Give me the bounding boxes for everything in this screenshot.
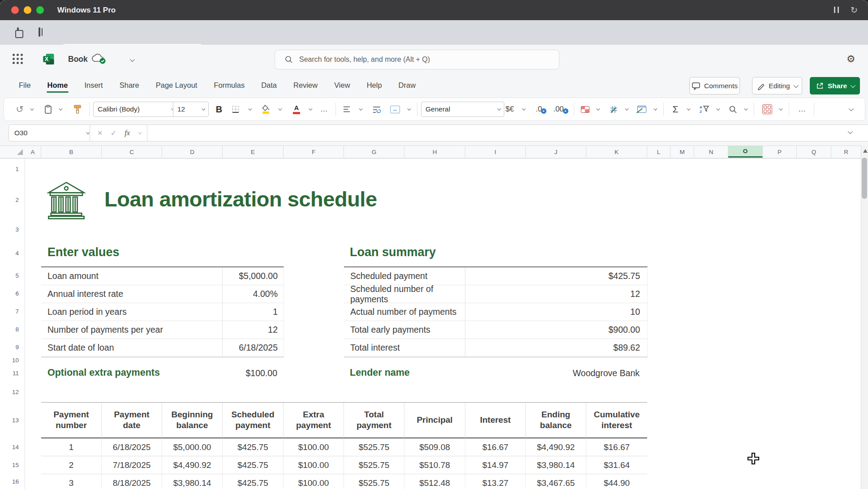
currency-format-icon[interactable]: $€	[502, 98, 517, 120]
borders-icon[interactable]	[230, 98, 241, 120]
column-header-Q[interactable]: Q	[797, 146, 831, 158]
optional-extra-payments-label[interactable]: Optional extra payments	[47, 367, 160, 378]
row-header-8[interactable]: 8	[0, 320, 25, 338]
fill-color-icon[interactable]	[260, 98, 271, 120]
enter-values-heading[interactable]: Enter values	[47, 245, 120, 259]
pt-cell[interactable]: $16.67	[465, 438, 526, 456]
lender-name-label[interactable]: Lender name	[350, 367, 410, 378]
format-painter-icon[interactable]	[72, 98, 83, 120]
merge-cells-icon[interactable]: ↔	[388, 98, 402, 120]
restart-icon[interactable]: ↻	[851, 5, 858, 15]
pt-header[interactable]: Scheduled payment	[223, 403, 284, 438]
format-as-table-icon[interactable]	[636, 98, 648, 120]
pt-cell[interactable]: 8/18/2025	[102, 474, 162, 489]
function-chevron-icon[interactable]	[138, 130, 142, 134]
ev-label[interactable]: Start date of loan	[41, 339, 223, 357]
pause-icon[interactable]	[833, 7, 840, 15]
column-header-N[interactable]: N	[694, 146, 728, 158]
pt-cell[interactable]: 6/18/2025	[102, 438, 162, 456]
font-color-icon[interactable]: A	[291, 98, 302, 120]
column-header-A[interactable]: A	[25, 146, 41, 158]
pt-cell[interactable]: $44.90	[586, 474, 647, 489]
name-box[interactable]: O30	[9, 124, 95, 142]
paste-chevron-icon[interactable]	[57, 98, 63, 120]
ls-label[interactable]: Scheduled payment	[344, 267, 465, 285]
pt-cell[interactable]: $3,980.14	[526, 456, 586, 474]
currency-chevron-icon[interactable]	[520, 98, 526, 120]
ev-value[interactable]: 4.00%	[223, 285, 284, 303]
pt-cell[interactable]: $3,467.65	[526, 474, 586, 489]
column-header-P[interactable]: P	[763, 146, 797, 158]
merge-chevron-icon[interactable]	[405, 98, 412, 120]
app-launcher-icon[interactable]	[13, 54, 23, 64]
insert-cells-icon[interactable]	[608, 98, 619, 120]
ls-value[interactable]: $425.75	[465, 267, 647, 285]
autosum-chevron-icon[interactable]	[685, 98, 691, 120]
pt-cell[interactable]: 2	[41, 456, 102, 474]
comments-button[interactable]: Comments	[689, 77, 740, 94]
row-header-6[interactable]: 6	[0, 284, 25, 302]
ev-label[interactable]: Annual interest rate	[41, 285, 223, 303]
paste-icon[interactable]	[43, 98, 53, 120]
column-header-D[interactable]: D	[162, 146, 223, 158]
pt-cell[interactable]: $5,000.00	[162, 438, 223, 456]
pt-cell[interactable]: $425.75	[223, 438, 284, 456]
ls-value[interactable]: 10	[465, 303, 647, 321]
pt-header[interactable]: Principal	[404, 403, 465, 438]
ev-value[interactable]: $5,000.00	[223, 267, 284, 285]
decrease-decimal-icon[interactable]: .0	[533, 98, 550, 120]
pt-cell[interactable]: $4,490.92	[162, 456, 223, 474]
pt-cell[interactable]: $3,980.14	[162, 474, 223, 489]
font-color-chevron-icon[interactable]	[307, 98, 313, 120]
row-header-7[interactable]: 7	[0, 302, 25, 320]
traffic-close-button[interactable]	[11, 6, 19, 14]
vertical-tabs-icon[interactable]	[39, 27, 40, 37]
column-header-C[interactable]: C	[102, 146, 162, 158]
ls-label[interactable]: Scheduled number of payments	[344, 285, 465, 303]
pt-header[interactable]: Extra payment	[284, 403, 344, 438]
select-all-corner[interactable]	[17, 149, 23, 155]
ev-value[interactable]: 1	[223, 303, 284, 321]
row-header-13[interactable]: 13	[0, 402, 25, 438]
traffic-minimize-button[interactable]	[24, 6, 31, 14]
ls-label[interactable]: Total interest	[344, 339, 465, 357]
row-header-14[interactable]: 14	[0, 438, 25, 456]
pt-cell[interactable]: $100.00	[284, 456, 344, 474]
find-chevron-icon[interactable]	[742, 98, 748, 120]
pt-cell[interactable]: 7/18/2025	[102, 456, 162, 474]
enter-check-icon[interactable]: ✓	[111, 129, 116, 137]
column-header-B[interactable]: B	[41, 146, 102, 158]
menu-insert[interactable]: Insert	[83, 75, 103, 96]
pt-cell[interactable]: $512.48	[404, 474, 465, 489]
ls-label[interactable]: Actual number of payments	[344, 303, 465, 321]
pt-cell[interactable]: $4,490.92	[526, 438, 586, 456]
row-header-2[interactable]: 2	[0, 180, 25, 219]
ev-value[interactable]: 6/18/2025	[223, 339, 284, 357]
loan-summary-heading[interactable]: Loan summary	[350, 245, 436, 259]
ev-label[interactable]: Loan amount	[41, 267, 223, 285]
borders-chevron-icon[interactable]	[246, 98, 253, 120]
cancel-icon[interactable]: ×	[98, 129, 103, 138]
ls-value[interactable]: 12	[465, 285, 647, 303]
undo-icon[interactable]: ↺	[14, 98, 26, 120]
font-size-select[interactable]: 12	[173, 102, 209, 117]
menu-view[interactable]: View	[333, 75, 351, 96]
row-header-16[interactable]: 16	[0, 474, 25, 489]
menu-data[interactable]: Data	[260, 75, 278, 96]
ls-label[interactable]: Total early payments	[344, 321, 465, 339]
row-header-10[interactable]: 10	[0, 356, 25, 364]
optional-extra-payments-value[interactable]: $100.00	[194, 368, 277, 378]
share-button[interactable]: Share	[810, 77, 860, 94]
editing-mode-button[interactable]: Editing	[752, 77, 802, 94]
pt-cell[interactable]: $525.75	[344, 456, 404, 474]
pt-cell[interactable]: $525.75	[344, 438, 404, 456]
pt-cell[interactable]: $100.00	[284, 474, 344, 489]
column-header-K[interactable]: K	[586, 146, 647, 158]
search-bar[interactable]: Search for tools, help, and more (Alt + …	[275, 50, 559, 69]
menu-file[interactable]: File	[18, 75, 32, 96]
menu-share[interactable]: Share	[119, 75, 140, 96]
pt-cell[interactable]: 3	[41, 474, 102, 489]
pt-header[interactable]: Payment number	[41, 403, 102, 438]
sort-filter-icon[interactable]: AZ	[697, 98, 711, 120]
pt-cell[interactable]: $14.97	[465, 456, 526, 474]
